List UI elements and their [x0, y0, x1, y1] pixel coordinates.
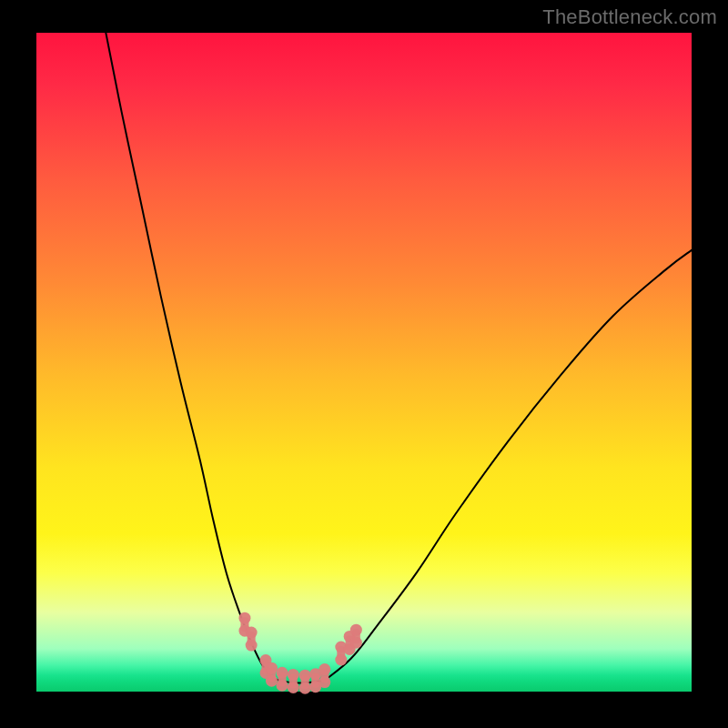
trough-marker	[246, 627, 258, 652]
svg-point-1	[238, 612, 250, 624]
bottleneck-curve	[106, 33, 692, 683]
trough-marker	[288, 669, 299, 693]
svg-point-5	[246, 640, 258, 652]
curve-layer	[36, 33, 692, 692]
svg-point-20	[299, 682, 311, 694]
svg-point-34	[350, 624, 362, 636]
svg-point-10	[266, 662, 278, 674]
svg-point-35	[350, 637, 362, 649]
svg-point-26	[318, 676, 330, 688]
chart-frame: TheBottleneck.com	[0, 0, 728, 728]
svg-point-11	[266, 675, 278, 687]
trough-marker	[335, 642, 347, 666]
trough-markers	[238, 612, 361, 694]
svg-point-19	[299, 670, 311, 682]
svg-point-16	[288, 669, 299, 681]
watermark-text: TheBottleneck.com	[542, 5, 717, 29]
svg-point-4	[246, 627, 258, 639]
plot-area	[36, 33, 692, 692]
svg-point-29	[335, 654, 347, 666]
svg-point-14	[277, 680, 288, 692]
curve-line	[106, 33, 692, 683]
svg-point-17	[288, 682, 299, 693]
svg-point-25	[318, 663, 330, 675]
svg-point-13	[277, 667, 288, 679]
